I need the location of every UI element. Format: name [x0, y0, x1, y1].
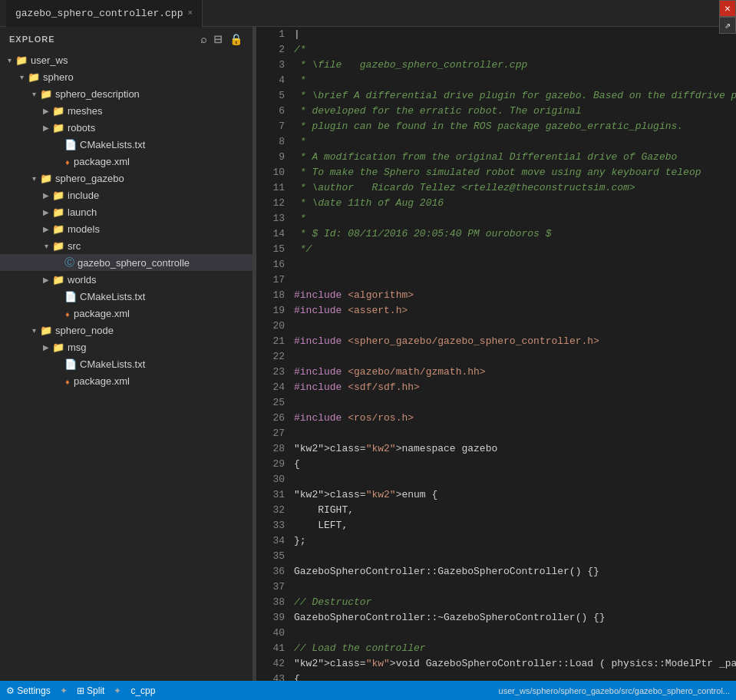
tree-item-launch[interactable]: ▶ 📁 launch — [0, 203, 252, 220]
tab-bar: gazebo_sphero_controller.cpp × — [0, 0, 736, 27]
collapse-icon[interactable]: ⊟ — [213, 33, 223, 45]
folder-icon: 📁 — [15, 54, 28, 66]
tree-item-sphero-description[interactable]: ▾ 📁 sphero_description — [0, 85, 252, 102]
arrow-icon: ▾ — [28, 326, 40, 335]
tree-label: gazebo_sphero_controlle — [78, 257, 190, 269]
tree-item-cmakelists-gaz[interactable]: ▶ 📄 CMakeLists.txt — [0, 288, 252, 305]
tree-label: sphero_description — [55, 88, 140, 100]
sidebar-title: Explore — [9, 35, 55, 44]
sidebar-header: Explore ⌕ ⊟ 🔒 — [0, 27, 252, 51]
tree-item-models[interactable]: ▶ 📁 models — [0, 220, 252, 237]
arrow-icon: ▾ — [28, 174, 40, 183]
sidebar: Explore ⌕ ⊟ 🔒 ▾ 📁 user_ws ▾ 📁 — [0, 27, 253, 681]
status-left: ⚙ Settings ✦ ⊞ Split ✦ c_cpp — [6, 685, 155, 696]
folder-icon: 📁 — [52, 190, 64, 201]
folder-icon: 📁 — [40, 325, 52, 336]
arrow-icon: ▾ — [15, 73, 28, 81]
tab-filename: gazebo_sphero_controller.cpp — [15, 8, 183, 19]
tree-item-msg[interactable]: ▶ 📁 msg — [0, 338, 252, 355]
lock-icon[interactable]: 🔒 — [229, 33, 243, 45]
status-bar: ⚙ Settings ✦ ⊞ Split ✦ c_cpp user_ws/sph… — [0, 681, 736, 700]
tree-label: package.xml — [74, 375, 130, 387]
tree-label: meshes — [68, 105, 103, 117]
tree-label: CMakeLists.txt — [80, 358, 145, 370]
tree-item-cmakelists-node[interactable]: ▶ 📄 CMakeLists.txt — [0, 355, 252, 372]
tree-item-sphero-gazebo[interactable]: ▾ 📁 sphero_gazebo — [0, 170, 252, 187]
tree-item-worlds[interactable]: ▶ 📁 worlds — [0, 271, 252, 288]
tree-item-sphero[interactable]: ▾ 📁 sphero — [0, 68, 252, 85]
tree-label: CMakeLists.txt — [80, 291, 145, 302]
editor-content[interactable]: 1234567891011121314151617181920212223242… — [256, 27, 736, 681]
arrow-icon: ▶ — [40, 343, 52, 352]
tree-label: msg — [68, 342, 87, 353]
file-path-label: user_ws/sphero/sphero_gazebo/src/gazebo_… — [499, 686, 730, 695]
tree-label: include — [68, 190, 99, 201]
tree-label: worlds — [68, 274, 97, 286]
external-link-icon[interactable]: ⇗ — [719, 27, 736, 34]
main-content: Explore ⌕ ⊟ 🔒 ▾ 📁 user_ws ▾ 📁 — [0, 27, 736, 681]
tree-label: sphero — [43, 71, 74, 83]
tree-item-include[interactable]: ▶ 📁 include — [0, 187, 252, 203]
status-right: user_ws/sphero/sphero_gazebo/src/gazebo_… — [499, 686, 730, 695]
folder-icon: 📁 — [52, 274, 64, 286]
language-label[interactable]: c_cpp — [130, 685, 155, 696]
file-tree: ▾ 📁 user_ws ▾ 📁 sphero ▾ 📁 sphero_descri… — [0, 51, 252, 389]
editor: 1234567891011121314151617181920212223242… — [256, 27, 736, 681]
tab-close-button[interactable]: × — [187, 8, 193, 18]
tree-label: src — [68, 240, 81, 252]
cpp-icon: Ⓒ — [64, 256, 74, 269]
tree-item-robots[interactable]: ▶ 📁 robots — [0, 119, 252, 136]
folder-icon: 📁 — [52, 206, 64, 218]
active-tab[interactable]: gazebo_sphero_controller.cpp × — [6, 0, 203, 27]
tree-item-meshes[interactable]: ▶ 📁 meshes — [0, 102, 252, 119]
arrow-icon: ▶ — [40, 191, 52, 200]
folder-icon: 📁 — [52, 223, 64, 235]
line-numbers: 1234567891011121314151617181920212223242… — [256, 27, 291, 681]
folder-icon: 📁 — [28, 71, 40, 83]
arrow-icon: ▾ — [28, 90, 40, 98]
arrow-icon: ▶ — [40, 208, 52, 216]
xml-icon: ⬧ — [64, 308, 71, 319]
folder-icon: 📁 — [52, 240, 64, 252]
code-area[interactable]: |/* * \file gazebo_sphero_controller.cpp… — [291, 27, 736, 681]
arrow-icon: ▶ — [40, 124, 52, 132]
tree-item-gazebo-ctrl[interactable]: ▶ Ⓒ gazebo_sphero_controlle — [0, 254, 252, 271]
file-icon: 📄 — [64, 358, 77, 370]
folder-icon: 📁 — [40, 88, 52, 100]
tree-label: CMakeLists.txt — [80, 139, 145, 150]
arrow-icon: ▶ — [40, 276, 52, 284]
split-button[interactable]: ⊞ Split — [77, 685, 105, 696]
tree-label: user_ws — [31, 54, 68, 66]
arrow-icon: ▾ — [3, 56, 15, 64]
folder-icon: 📁 — [52, 122, 64, 134]
folder-icon: 📁 — [52, 342, 64, 353]
tree-label: robots — [68, 122, 95, 134]
sidebar-header-icons: ⌕ ⊟ 🔒 — [200, 33, 243, 45]
xml-icon: ⬧ — [64, 156, 71, 167]
arrow-icon: ▾ — [40, 242, 52, 250]
tree-label: sphero_gazebo — [55, 173, 124, 184]
tree-label: package.xml — [74, 308, 130, 319]
file-icon: 📄 — [64, 139, 77, 150]
tree-item-package-gaz[interactable]: ▶ ⬧ package.xml — [0, 305, 252, 322]
tree-label: package.xml — [74, 156, 130, 167]
tree-label: launch — [68, 206, 97, 218]
tree-item-package-desc[interactable]: ▶ ⬧ package.xml — [0, 153, 252, 170]
search-icon[interactable]: ⌕ — [200, 33, 207, 45]
folder-icon: 📁 — [40, 173, 52, 184]
tree-item-src[interactable]: ▾ 📁 src — [0, 237, 252, 254]
arrow-icon: ▶ — [40, 107, 52, 115]
tree-item-package-node[interactable]: ▶ ⬧ package.xml — [0, 372, 252, 389]
tree-label: sphero_node — [55, 325, 114, 336]
xml-icon: ⬧ — [64, 375, 71, 387]
tree-label: models — [68, 223, 100, 235]
folder-icon: 📁 — [52, 105, 64, 117]
settings-button[interactable]: ⚙ Settings — [6, 685, 51, 696]
arrow-icon: ▶ — [40, 225, 52, 233]
tree-item-sphero-node[interactable]: ▾ 📁 sphero_node — [0, 322, 252, 338]
tree-item-cmakelists-desc[interactable]: ▶ 📄 CMakeLists.txt — [0, 136, 252, 153]
tree-item-user-ws[interactable]: ▾ 📁 user_ws — [0, 51, 252, 68]
file-icon: 📄 — [64, 291, 77, 302]
